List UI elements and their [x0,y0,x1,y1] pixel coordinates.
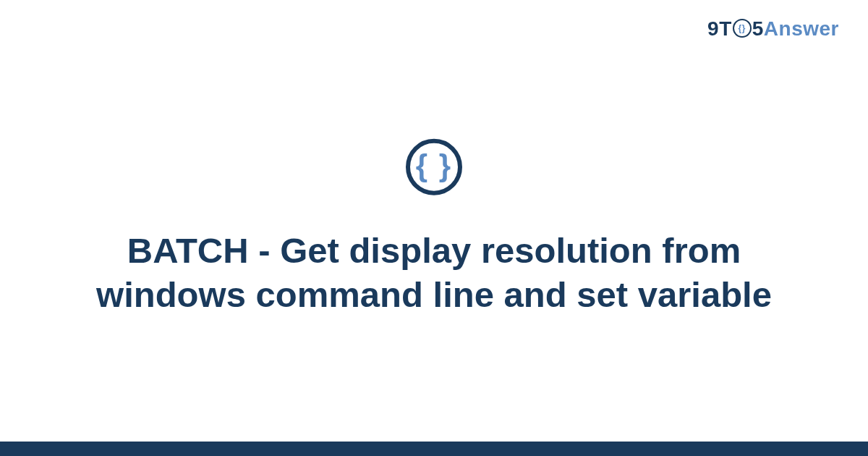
logo-text-suffix: Answer [764,17,839,41]
braces-glyph: { } [416,151,452,181]
logo-text-prefix: 9T [707,17,732,41]
page-title: BATCH - Get display resolution from wind… [80,229,788,318]
braces-icon: { } [406,139,462,195]
main-content: { } BATCH - Get display resolution from … [0,139,868,318]
logo-circle-glyph: {} [739,24,746,33]
logo-text-mid: 5 [752,17,764,41]
logo-circle-icon: {} [733,19,752,38]
footer-bar [0,442,868,456]
site-logo: 9T {} 5 Answer [707,17,839,41]
